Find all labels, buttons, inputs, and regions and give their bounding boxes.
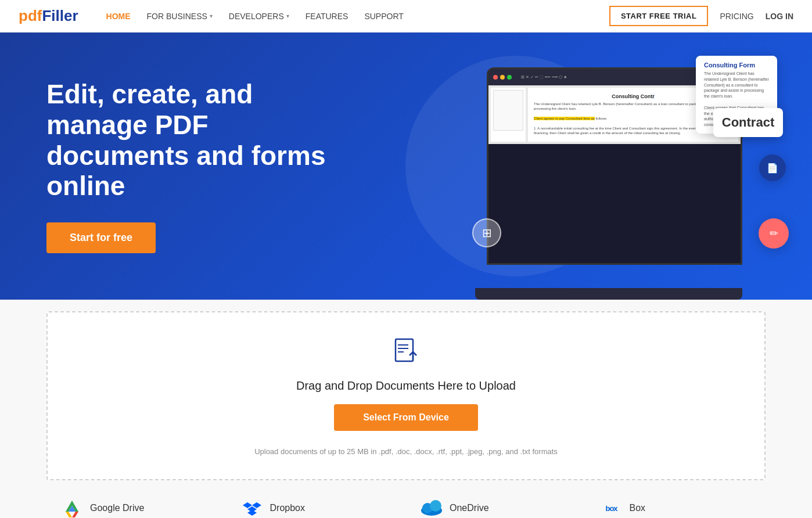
svg-rect-0 xyxy=(396,339,413,361)
doc-thumbnail xyxy=(491,88,526,142)
dropbox-icon xyxy=(241,497,263,518)
logo[interactable]: pdfFiller xyxy=(19,7,78,25)
edit-icon-card: ✏ xyxy=(759,218,789,249)
box-label: Box xyxy=(630,503,646,513)
svg-marker-6 xyxy=(66,512,72,517)
upload-icon xyxy=(59,336,753,372)
box-icon: box xyxy=(601,497,623,518)
svg-marker-12 xyxy=(247,510,257,516)
nav-developers[interactable]: DEVELOPERS ▾ xyxy=(229,12,289,21)
contract-label-card: Contract xyxy=(713,108,783,137)
nav-support[interactable]: SUPPORT xyxy=(364,12,403,21)
edit-icon: ✏ xyxy=(770,227,778,240)
upload-section: Drag and Drop Documents Here to Upload S… xyxy=(0,300,812,480)
navbar: pdfFiller HOME FOR BUSINESS ▾ DEVELOPERS… xyxy=(0,0,812,33)
google-drive-icon xyxy=(61,497,83,518)
doc-highlight: Client agrees to pay Consultant fees as xyxy=(534,117,595,120)
svg-marker-7 xyxy=(72,512,78,517)
onedrive-label: OneDrive xyxy=(450,503,489,513)
google-drive-label: Google Drive xyxy=(90,503,144,513)
hero-content: Edit, create, and manage PDF documents a… xyxy=(46,79,348,254)
select-from-device-button[interactable]: Select From Device xyxy=(334,404,478,431)
login-link[interactable]: LOG IN xyxy=(766,12,793,21)
card-consulting-title: Consulting Form xyxy=(704,62,769,69)
laptop-base xyxy=(475,288,742,300)
svg-point-15 xyxy=(430,500,441,512)
cloud-services-row1: Google Drive Dropbox OneDrive box xyxy=(0,480,812,518)
document-icon: 📄 xyxy=(767,163,778,174)
upload-box[interactable]: Drag and Drop Documents Here to Upload S… xyxy=(46,311,766,480)
expand-dot xyxy=(507,75,512,80)
close-dot xyxy=(493,75,498,80)
onedrive-icon xyxy=(421,497,443,518)
chevron-down-icon: ▾ xyxy=(286,13,289,19)
minimize-dot xyxy=(500,75,505,80)
nav-for-business[interactable]: FOR BUSINESS ▾ xyxy=(147,12,213,21)
upload-hint: Upload documents of up to 25 MB in .pdf,… xyxy=(59,447,753,456)
service-onedrive[interactable]: OneDrive xyxy=(406,480,586,518)
dropbox-label: Dropbox xyxy=(270,503,305,513)
chevron-down-icon: ▾ xyxy=(210,13,213,19)
nav-links: HOME FOR BUSINESS ▾ DEVELOPERS ▾ FEATURE… xyxy=(106,12,609,21)
thumbnail-page xyxy=(493,90,523,131)
service-dropbox[interactable]: Dropbox xyxy=(227,480,407,518)
nav-right: START FREE TRIAL PRICING LOG IN xyxy=(609,6,793,26)
nav-home[interactable]: HOME xyxy=(106,12,131,21)
service-google-drive[interactable]: Google Drive xyxy=(46,480,227,518)
move-icon: ⊞ xyxy=(482,226,492,240)
pricing-link[interactable]: PRICING xyxy=(720,12,753,21)
pdf-icon-card: 📄 xyxy=(759,154,786,181)
contract-text: Contract xyxy=(722,115,774,130)
start-free-button[interactable]: Start for free xyxy=(46,222,156,253)
nav-features[interactable]: FEATURES xyxy=(306,12,348,21)
hero-title: Edit, create, and manage PDF documents a… xyxy=(46,79,348,202)
hero-illustration: ⊞ ✕ ✓ ✏ ⬚ ⟵ ⟶ ⬡ ★ Consulting Contr The U… xyxy=(429,50,789,294)
service-box[interactable]: box Box xyxy=(586,480,766,518)
drag-icon: ⊞ xyxy=(472,218,501,247)
toolbar-icons: ⊞ ✕ ✓ ✏ ⬚ ⟵ ⟶ ⬡ ★ xyxy=(521,75,567,80)
start-free-trial-button[interactable]: START FREE TRIAL xyxy=(609,6,709,26)
logo-filler: Filler xyxy=(42,7,78,24)
hero-section: Edit, create, and manage PDF documents a… xyxy=(0,33,812,300)
upload-title: Drag and Drop Documents Here to Upload xyxy=(59,379,753,393)
logo-pdf: pdf xyxy=(19,7,42,24)
